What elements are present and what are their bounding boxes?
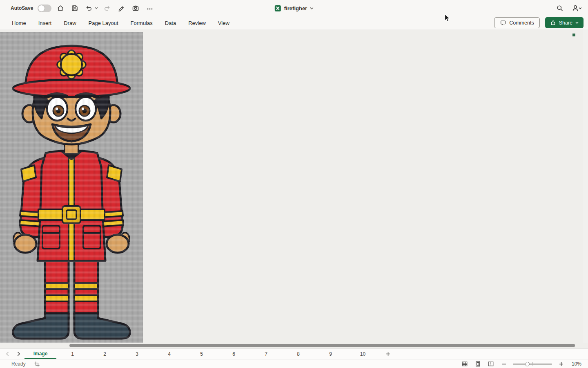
ellipsis-icon [147,5,153,11]
redo-button[interactable] [102,3,112,13]
undo-button[interactable] [84,3,94,13]
title-bar: AutoSave [0,0,588,16]
comments-button[interactable]: Comments [494,17,539,28]
title-chevron-down-icon [310,7,314,10]
tab-data[interactable]: Data [159,16,182,29]
titlebar-right-group [555,0,582,16]
firefighter-image [0,32,143,343]
share-chevron-down-icon [575,22,579,24]
tab-review[interactable]: Review [182,16,212,29]
tab-view[interactable]: View [212,16,236,29]
plus-icon [386,352,390,356]
excel-window: AutoSave [0,0,588,368]
sheet-tab-image[interactable]: Image [24,349,56,359]
sheet-nav-next-button[interactable] [16,351,22,357]
save-button[interactable] [69,3,80,13]
tab-page-layout[interactable]: Page Layout [82,16,125,29]
sheet-tab-6[interactable]: 6 [218,349,250,359]
toggle-knob [38,5,45,11]
share-icon [550,20,556,26]
vertical-scrollbar[interactable] [583,29,588,343]
status-left-group: Ready [11,359,40,368]
horizontal-scrollbar[interactable] [0,343,588,348]
status-bar: Ready 10% [0,359,588,368]
camera-button[interactable] [130,3,141,13]
page-break-icon [488,361,494,367]
plus-icon [559,362,564,366]
more-commands-button[interactable] [145,3,155,13]
undo-icon [85,4,93,12]
sheet-tab-10[interactable]: 10 [347,349,379,359]
zoom-slider[interactable] [513,361,552,367]
pen-button[interactable] [116,3,127,13]
add-sheet-button[interactable] [379,349,397,359]
tab-home[interactable]: Home [6,16,32,29]
camera-icon [132,4,139,12]
tab-formulas[interactable]: Formulas [125,16,159,29]
zoom-slider-knob[interactable] [525,362,530,366]
redo-icon [103,4,111,12]
home-button[interactable] [55,3,66,13]
ribbon-right-actions: Comments Share [494,17,584,28]
horizontal-scrollbar-thumb[interactable] [69,344,575,347]
autosave-toggle[interactable] [38,4,51,12]
sheet-tab-1[interactable]: 1 [56,349,89,359]
document-title-group[interactable]: firefigher [274,0,314,16]
save-icon [71,4,78,12]
comment-icon [500,20,506,26]
sheet-nav-prev-button[interactable] [4,351,11,357]
search-icon [556,4,564,12]
sheet-tab-3[interactable]: 3 [121,349,153,359]
zoom-in-button[interactable] [557,360,565,368]
ribbon-tab-row: Home Insert Draw Page Layout Formulas Da… [0,16,588,29]
zoom-level-label[interactable]: 10% [570,361,581,367]
sheet-tab-7[interactable]: 7 [250,349,282,359]
zoom-slider-center-tick [532,362,533,366]
pen-icon [118,4,125,12]
people-button[interactable] [572,3,582,13]
share-button[interactable]: Share [545,17,584,28]
page-layout-icon [474,361,481,367]
sheet-tab-bar: Image 1 2 3 4 5 6 7 8 9 10 [0,348,588,359]
people-icon [572,4,582,12]
status-ready-label: Ready [11,361,26,367]
grid-view-icon [461,361,468,367]
sheet-tab-9[interactable]: 9 [314,349,347,359]
sheet-tab-4[interactable]: 4 [153,349,185,359]
document-title: firefigher [284,5,307,11]
excel-app-icon [274,5,281,12]
firefighter-illustration [0,32,143,343]
minus-icon [502,362,506,366]
chevron-left-icon [6,352,9,356]
page-layout-view-button[interactable] [474,360,482,368]
undo-chevron-down-icon[interactable] [95,7,98,9]
sheet-tab-5[interactable]: 5 [185,349,218,359]
zoom-out-button[interactable] [500,360,508,368]
spreadsheet-canvas[interactable] [0,29,588,343]
home-icon [57,4,64,12]
comments-button-label: Comments [509,20,534,26]
chevron-right-icon [17,352,20,356]
page-break-view-button[interactable] [487,360,495,368]
tab-insert[interactable]: Insert [32,16,58,29]
sheet-tab-8[interactable]: 8 [282,349,314,359]
quick-access-toolbar: AutoSave [11,0,155,16]
autosave-label: AutoSave [11,5,33,11]
search-button[interactable] [555,3,565,13]
sheet-tab-2[interactable]: 2 [89,349,121,359]
share-button-label: Share [559,20,572,26]
sheet-nav-arrows [0,349,24,359]
normal-view-button[interactable] [461,360,469,368]
status-right-group: 10% [461,359,581,368]
tab-draw[interactable]: Draw [58,16,82,29]
crop-marks-icon[interactable] [34,361,40,367]
cell-selection-indicator [572,34,575,36]
